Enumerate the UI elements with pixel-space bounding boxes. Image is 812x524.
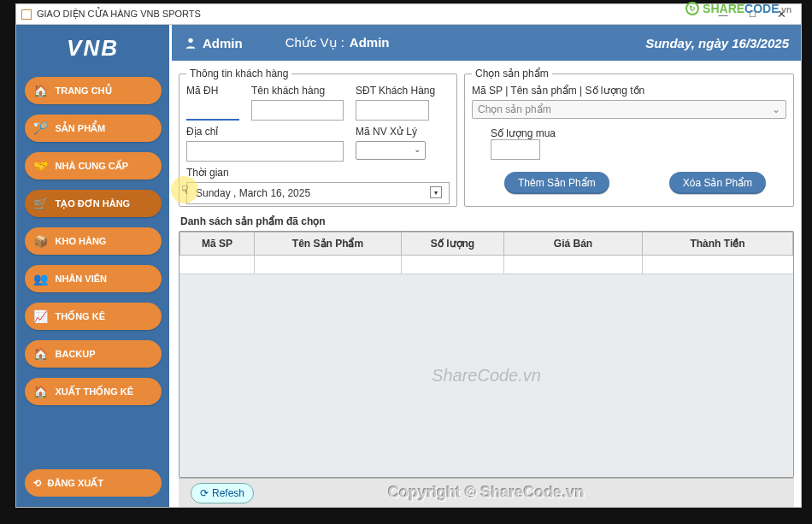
- chart-icon: 📈: [33, 309, 49, 324]
- sidebar-item-stats[interactable]: 📈THỐNG KÊ: [25, 303, 162, 330]
- people-icon: 👥: [33, 271, 49, 286]
- col-product-name[interactable]: Tên Sản Phẩm: [255, 232, 402, 256]
- customer-phone-input[interactable]: [356, 100, 429, 121]
- calendar-icon: ▾: [430, 186, 442, 198]
- bottom-bar: ⟳Refesh Copyright © ShareCode.vn: [179, 478, 794, 507]
- sidebar-item-label: TRANG CHỦ: [56, 85, 112, 97]
- sidebar-item-label: XUẤT THỐNG KÊ: [56, 386, 134, 397]
- current-date: Sunday, ngày 16/3/2025: [645, 36, 789, 50]
- order-id-input[interactable]: [186, 100, 239, 121]
- sidebar-item-label: TẠO ĐƠN HÀNG: [56, 198, 131, 209]
- group-legend: Chọn sản phẩm: [472, 68, 552, 79]
- add-product-button[interactable]: Thêm Sản Phẩm: [504, 172, 609, 194]
- product-select-group: Chọn sản phẩm Mã SP | Tên sản phẩm | Số …: [464, 68, 794, 207]
- sidebar-item-label: NHÀ CUNG CẤP: [56, 161, 129, 172]
- order-id-label: Mã ĐH: [186, 85, 239, 97]
- backup-icon: 🏠: [33, 346, 49, 362]
- sidebar-item-label: THỐNG KÊ: [56, 311, 106, 322]
- col-price[interactable]: Giá Bán: [504, 232, 643, 256]
- logout-button[interactable]: ⟲ĐĂNG XUẤT: [25, 469, 162, 497]
- window-title: GIAO DIỆN CỬA HÀNG VNB SPORTS: [37, 9, 709, 20]
- app-icon: [21, 9, 32, 20]
- racket-icon: 🏸: [33, 121, 49, 136]
- app-window: GIAO DIỆN CỬA HÀNG VNB SPORTS — ☐ ✕ VNB …: [15, 3, 802, 508]
- watermark: ↻ SHARECODE.vn: [685, 2, 791, 15]
- col-total[interactable]: Thành Tiền: [643, 232, 793, 256]
- grid-watermark: ShareCode.vn: [179, 274, 793, 477]
- logout-label: ĐĂNG XUẤT: [48, 478, 103, 489]
- customer-phone-label: SĐT Khách Hàng: [356, 85, 435, 97]
- topbar: Admin Chức Vụ :Admin Sunday, ngày 16/3/2…: [172, 25, 801, 61]
- sidebar-item-staff[interactable]: 👥NHÂN VIÊN: [25, 265, 162, 292]
- sidebar-item-label: NHÂN VIÊN: [56, 274, 108, 284]
- role-value: Admin: [350, 35, 390, 50]
- sidebar-item-export-stats[interactable]: 🏠XUẤT THỐNG KÊ: [25, 378, 162, 405]
- grid-header: Mã SP Tên Sản Phẩm Số lượng Giá Bán Thàn…: [179, 232, 793, 256]
- warehouse-icon: 📦: [33, 233, 49, 249]
- brand-logo: VNB: [67, 35, 119, 62]
- svg-point-0: [188, 38, 192, 43]
- sidebar-item-warehouse[interactable]: 📦KHO HÀNG: [25, 227, 162, 255]
- sidebar-item-label: KHO HÀNG: [56, 236, 107, 246]
- sidebar-item-backup[interactable]: 🏠BACKUP: [25, 340, 162, 368]
- refresh-button[interactable]: ⟳Refesh: [191, 483, 254, 503]
- selected-list-title: Danh sách sản phẩm đã chọn: [180, 215, 794, 227]
- address-input[interactable]: [186, 141, 344, 162]
- sidebar: VNB 🏠TRANG CHỦ 🏸SẢN PHẨM 🤝NHÀ CUNG CẤP 🛒…: [16, 25, 172, 507]
- nav: 🏠TRANG CHỦ 🏸SẢN PHẨM 🤝NHÀ CUNG CẤP 🛒TẠO …: [16, 77, 169, 405]
- table-row[interactable]: [179, 256, 793, 274]
- product-dropdown[interactable]: Chọn sản phẩm ⌄: [472, 100, 786, 119]
- sidebar-item-create-order[interactable]: 🛒TẠO ĐƠN HÀNG: [25, 190, 162, 217]
- watermark-text-1: SHARE: [703, 2, 744, 15]
- selected-products-grid[interactable]: Mã SP Tên Sản Phẩm Số lượng Giá Bán Thàn…: [179, 231, 794, 478]
- chevron-down-icon: ⌄: [772, 103, 780, 115]
- sidebar-item-suppliers[interactable]: 🤝NHÀ CUNG CẤP: [25, 152, 162, 180]
- user-icon: [184, 36, 197, 50]
- watermark-text-3: .vn: [780, 5, 791, 15]
- main-area: Admin Chức Vụ :Admin Sunday, ngày 16/3/2…: [172, 25, 801, 507]
- export-icon: 🏠: [33, 384, 49, 399]
- watermark-logo-icon: ↻: [685, 2, 699, 15]
- watermark-text-2: CODE: [744, 2, 779, 15]
- user-name: Admin: [203, 36, 243, 50]
- datetime-picker[interactable]: Sunday , March 16, 2025 ▾: [186, 182, 450, 204]
- titlebar[interactable]: GIAO DIỆN CỬA HÀNG VNB SPORTS — ☐ ✕: [16, 4, 801, 25]
- handshake-icon: 🤝: [33, 158, 49, 174]
- customer-name-label: Tên khách hàng: [251, 85, 344, 97]
- time-label: Thời gian: [186, 167, 450, 179]
- role-label: Chức Vụ :: [285, 35, 344, 50]
- cart-icon: 🛒: [33, 196, 49, 211]
- staff-select[interactable]: [356, 141, 426, 160]
- customer-info-group: Thông tin khách hàng Mã ĐH Tên khách hàn…: [179, 68, 457, 207]
- sidebar-item-label: SẢN PHẨM: [56, 123, 106, 134]
- product-dropdown-placeholder: Chọn sản phẩm: [478, 103, 551, 115]
- qty-input[interactable]: [491, 139, 540, 160]
- refresh-icon: ⟳: [200, 487, 209, 499]
- datetime-value: Sunday , March 16, 2025: [196, 187, 310, 199]
- qty-label: Số lượng mua: [491, 127, 786, 139]
- col-product-code[interactable]: Mã SP: [179, 232, 255, 256]
- product-filter-label: Mã SP | Tên sản phẩm | Số lượng tồn: [472, 85, 786, 97]
- remove-product-button[interactable]: Xóa Sản Phẩm: [669, 172, 766, 194]
- home-icon: 🏠: [33, 83, 49, 98]
- staff-label: Mã NV Xử Lý: [356, 126, 426, 138]
- logout-icon: ⟲: [33, 478, 41, 489]
- address-label: Địa chỉ: [186, 126, 344, 138]
- sidebar-item-home[interactable]: 🏠TRANG CHỦ: [25, 77, 162, 104]
- sidebar-item-products[interactable]: 🏸SẢN PHẨM: [25, 115, 162, 142]
- group-legend: Thông tin khách hàng: [186, 68, 291, 79]
- copyright-text: Copyright © ShareCode.vn: [388, 484, 584, 502]
- sidebar-item-label: BACKUP: [56, 349, 96, 359]
- customer-name-input[interactable]: [251, 100, 344, 121]
- col-qty[interactable]: Số lượng: [402, 232, 504, 256]
